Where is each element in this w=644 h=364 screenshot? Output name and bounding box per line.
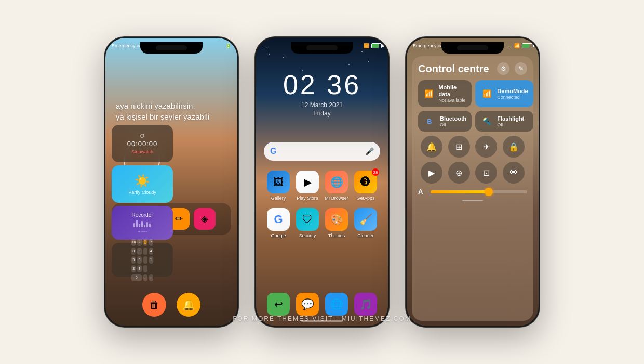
app-playstore[interactable]: ▶ Play Store — [294, 171, 320, 201]
toggle-grid: 📶 Mobile data Not available 📶 DemoMode — [418, 80, 527, 132]
control-icon-row-2: ▶ ⊕ ⊡ 👁 — [418, 162, 527, 184]
brightness-fill — [431, 190, 489, 193]
dock-browser[interactable]: 🌐 — [325, 293, 348, 316]
dock-trash-icon[interactable]: 🗑 — [142, 293, 166, 317]
app-cleaner[interactable]: 🧹 Cleaner — [353, 208, 379, 238]
app-themes[interactable]: 🎨 Themes — [324, 208, 350, 238]
control-separator — [462, 200, 483, 201]
phone2-apps-grid: 🖼 Gallery ▶ Play Store 🌐 MI Browser — [264, 171, 380, 245]
control-icon-row-1: 🔔 ⊞ ✈ 🔒 — [418, 136, 527, 158]
dock-messages[interactable]: 💬 — [296, 293, 319, 316]
control-centre-title: Control centre — [418, 63, 489, 75]
toggle-flashlight[interactable]: 🔦 Flashlight Off — [475, 111, 533, 132]
control-centre-panel: Control centre ⚙ ✎ 📶 Mobile data — [412, 56, 533, 321]
brightness-label-a: A — [418, 188, 426, 196]
mic-icon[interactable]: 🎤 — [365, 147, 374, 155]
brightness-slider[interactable] — [431, 190, 527, 193]
recorder-label: Recorder — [131, 212, 153, 218]
control-centre-header: Control centre ⚙ ✎ — [418, 62, 527, 75]
dock-shortcuts[interactable]: ↩ — [267, 293, 290, 316]
stopwatch-label: Stopwatch — [131, 149, 153, 154]
phone2-clock: 02 36 — [256, 69, 388, 100]
app-gallery[interactable]: 🖼 Gallery — [265, 171, 291, 201]
brightness-row: A — [418, 188, 527, 196]
home-indicator — [301, 320, 343, 322]
toggle-bluetooth[interactable]: B Bluetooth Off — [418, 111, 472, 132]
widget-recorder[interactable]: Recorder -- ---- — [112, 206, 173, 240]
settings-icon[interactable]: ⚙ — [497, 62, 509, 75]
phone2-notch — [291, 42, 353, 54]
app-row-2: G Google 🛡 Security 🎨 Themes 🧹 — [264, 208, 380, 238]
stopwatch-time: 00:00:00 — [127, 140, 158, 148]
ctrl-airplane[interactable]: ✈ — [475, 136, 497, 158]
widget-calculator[interactable]: +× ÷ 0 7 8 9 4 5 6 1 2 — [112, 243, 173, 277]
widget-stopwatch[interactable]: ⏱ 00:00:00 Stopwatch — [112, 125, 173, 162]
ctrl-lock[interactable]: 🔒 — [503, 136, 525, 158]
phones-container: FOR MORE THEMES VISIT - MIUITHEMEZ.COM E… — [0, 0, 644, 364]
bluetooth-icon: B — [423, 115, 436, 127]
phone2-date: 12 March 2021 — [256, 101, 388, 109]
brightness-handle — [485, 188, 493, 196]
app-getapps[interactable]: 🅖 28 GetApps — [353, 171, 379, 201]
toggle-mobile-data[interactable]: 📶 Mobile data Not available — [418, 80, 472, 107]
edit-icon[interactable]: ✎ — [515, 62, 527, 75]
google-logo: G — [270, 147, 276, 156]
phone-3: Emergency calls ····· 📶 Cont — [405, 36, 540, 328]
phone-1: Emergency calls only 🔋 aya nickini yazab… — [104, 36, 239, 328]
phone1-text-line2: ya kişisel bir şeyler yazabili — [116, 111, 227, 122]
phone1-dock: 🗑 🔔 — [142, 293, 200, 317]
app-row-1: 🖼 Gallery ▶ Play Store 🌐 MI Browser — [264, 171, 380, 201]
phone1-notch — [140, 42, 203, 54]
phone2-dock: ↩ 💬 🌐 🎵 — [264, 293, 380, 316]
phone1-text-area: aya nickini yazabilirsin. ya kişisel bir… — [116, 100, 227, 122]
phone1-text-line1: aya nickini yazabilirsin. — [116, 100, 227, 111]
dock-bell-icon[interactable]: 🔔 — [177, 293, 200, 317]
phone2-day: Friday — [256, 110, 388, 117]
control-header-icons: ⚙ ✎ — [497, 62, 527, 75]
ctrl-focus[interactable]: ⊕ — [448, 162, 470, 184]
ctrl-bell[interactable]: 🔔 — [421, 136, 442, 158]
ctrl-cast[interactable]: ⊞ — [448, 136, 470, 158]
mobile-data-icon: 📶 — [423, 87, 434, 100]
widget-weather[interactable]: ☀️ Partly Cloudy — [112, 165, 173, 203]
recorder-wave — [133, 220, 151, 227]
wifi-icon: 📶 — [480, 87, 493, 100]
battery-icon — [371, 43, 382, 48]
phone1-widgets: ⏱ 00:00:00 Stopwatch ☀️ Partly Cloudy Re… — [112, 125, 231, 277]
phone1-status-right: 🔋 — [225, 43, 231, 48]
toggle-demo-mode[interactable]: 📶 DemoMode Connected — [475, 80, 533, 107]
phone3-notch — [441, 42, 504, 54]
ctrl-location[interactable]: ▶ — [421, 162, 442, 184]
getapps-badge: 28 — [372, 168, 379, 176]
phone2-time-display: 02 36 12 March 2021 Friday — [256, 69, 388, 117]
ctrl-eye[interactable]: 👁 — [503, 162, 525, 184]
phone2-search-bar[interactable]: G 🎤 — [264, 142, 380, 161]
app-mi-browser[interactable]: 🌐 MI Browser — [324, 171, 350, 201]
phone-2: ····· 📶 02 36 12 March 2021 Friday — [254, 36, 390, 328]
ctrl-screen[interactable]: ⊡ — [475, 162, 497, 184]
dock-music[interactable]: 🎵 — [354, 293, 377, 316]
phone3-battery — [522, 43, 532, 48]
app-google[interactable]: G Google — [265, 208, 291, 238]
flashlight-icon: 🔦 — [480, 115, 493, 127]
app-security[interactable]: 🛡 Security — [294, 208, 320, 238]
